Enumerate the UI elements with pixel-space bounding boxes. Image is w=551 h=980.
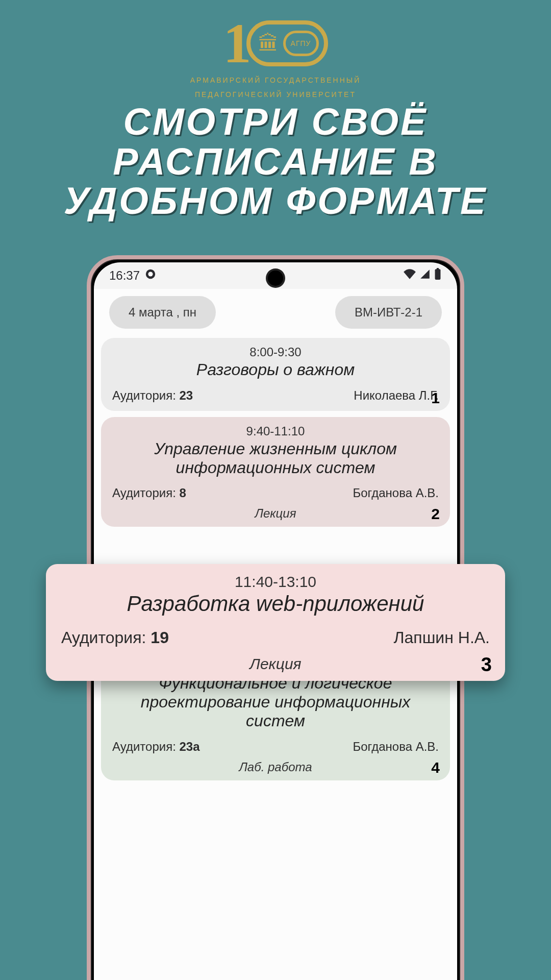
card-number: 2	[431, 505, 440, 523]
logo-badge: АГПУ	[283, 31, 319, 56]
status-app-icon	[145, 268, 156, 283]
card-teacher: Богданова А.В.	[353, 486, 439, 500]
card-room: Аудитория: 23а	[112, 740, 200, 754]
card-time: 9:40-11:10	[112, 424, 439, 438]
card-room: Аудитория: 19	[61, 628, 169, 647]
card-room: Аудитория: 23	[112, 388, 193, 403]
schedule-list: 8:00-9:30 Разговоры о важном Аудитория: …	[94, 338, 457, 780]
card-room: Аудитория: 8	[112, 486, 186, 500]
card-title: Управление жизненным циклом информационн…	[112, 439, 439, 477]
university-logo: 1 🏛 АГПУ АРМАВИРСКИЙ ГОСУДАРСТВЕННЫЙ ПЕД…	[0, 15, 551, 100]
logo-subtitle-1: АРМАВИРСКИЙ ГОСУДАРСТВЕННЫЙ	[0, 76, 551, 86]
signal-icon	[419, 268, 431, 283]
card-number: 3	[481, 654, 492, 676]
promo-headline: СМОТРИ СВОЁ РАСПИСАНИЕ В УДОБНОМ ФОРМАТЕ	[20, 102, 531, 221]
wifi-icon	[403, 268, 416, 283]
status-time: 16:37	[109, 268, 140, 283]
camera-hole-icon	[268, 271, 283, 286]
card-type: Лекция	[61, 652, 490, 674]
card-type: Лекция	[112, 503, 439, 522]
filter-chips-row: 4 марта , пн ВМ-ИВТ-2-1	[94, 289, 457, 338]
group-chip[interactable]: ВМ-ИВТ-2-1	[335, 296, 442, 329]
card-number: 4	[431, 759, 440, 776]
logo-building-icon: 🏛	[258, 32, 279, 55]
card-time: 8:00-9:30	[112, 345, 439, 359]
card-type: Лаб. работа	[112, 757, 439, 775]
svg-point-1	[148, 272, 153, 276]
card-number: 1	[431, 389, 440, 407]
svg-rect-2	[435, 269, 441, 280]
card-time: 11:40-13:10	[61, 573, 490, 591]
date-chip[interactable]: 4 марта , пн	[109, 296, 216, 329]
card-title: Функциональное и логическое проектирован…	[112, 674, 439, 730]
schedule-card[interactable]: 9:40-11:10 Управление жизненным циклом и…	[101, 417, 450, 527]
card-title: Разработка web-приложений	[61, 592, 490, 616]
card-title: Разговоры о важном	[112, 360, 439, 379]
schedule-card-highlighted[interactable]: 11:40-13:10 Разработка web-приложений Ау…	[46, 564, 505, 681]
logo-infinity-icon: 🏛 АГПУ	[246, 20, 328, 66]
card-teacher: Богданова А.В.	[353, 740, 439, 754]
schedule-card[interactable]: 8:00-9:30 Разговоры о важном Аудитория: …	[101, 338, 450, 411]
svg-rect-3	[437, 268, 439, 270]
card-teacher: Лапшин Н.А.	[394, 628, 490, 647]
card-teacher: Николаева Л.Г.	[354, 388, 439, 403]
logo-subtitle-2: ПЕДАГОГИЧЕСКИЙ УНИВЕРСИТЕТ	[0, 90, 551, 100]
battery-icon	[434, 268, 442, 283]
